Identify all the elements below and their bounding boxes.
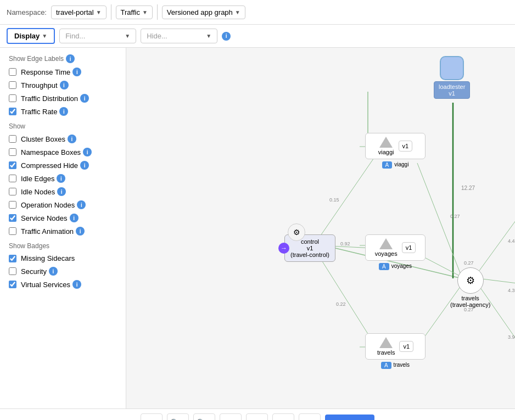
edge-labels-info-icon[interactable]: i bbox=[66, 54, 75, 63]
edge-checkbox-label-3: Traffic Ratei bbox=[21, 107, 68, 116]
display-panel: Show Edge Labels i Response TimeiThrough… bbox=[0, 48, 126, 408]
show-checkbox-3[interactable]: Idle Edgesi bbox=[9, 174, 117, 183]
show-checkbox-7[interactable]: Traffic Animationi bbox=[9, 227, 117, 236]
edge-checkbox-1[interactable]: Throughputi bbox=[9, 81, 117, 89]
graph-2-button[interactable]: ⚙ 2 bbox=[299, 413, 321, 420]
edge-checkbox-input-2[interactable] bbox=[9, 94, 16, 102]
show-info-icon-7[interactable]: i bbox=[76, 227, 85, 236]
fit-icon: ⊹ bbox=[148, 418, 155, 421]
show-checkbox-input-3[interactable] bbox=[9, 175, 16, 182]
edge-checkbox-input-1[interactable] bbox=[9, 81, 16, 89]
edge-info-icon-2[interactable]: i bbox=[80, 94, 89, 103]
travels-main-icon: ⚙ bbox=[457, 267, 484, 294]
edge-checkbox-label-0: Response Timei bbox=[21, 68, 81, 76]
edge-info-icon-3[interactable]: i bbox=[59, 107, 68, 116]
find-dropdown[interactable]: Find... ▼ bbox=[59, 29, 136, 43]
zoom-out-button[interactable]: 🔍− bbox=[193, 413, 215, 420]
graph-1-button[interactable]: ⚙ 1 bbox=[272, 413, 294, 420]
show-checkbox-4[interactable]: Idle Nodesi bbox=[9, 187, 117, 196]
graph-type-dropdown[interactable]: Versioned app graph ▼ bbox=[162, 5, 245, 19]
show-checkbox-5[interactable]: Operation Nodesi bbox=[9, 200, 117, 209]
svg-text:0.15: 0.15 bbox=[329, 197, 339, 203]
show-checkbox-input-5[interactable] bbox=[9, 201, 16, 209]
bottom-toolbar: ⊹ 🔍+ 🔍− ⤢ ⚙ ⚙ 1 ⚙ 2 Legend bbox=[0, 408, 515, 420]
edge-checkbox-input-0[interactable] bbox=[9, 68, 16, 76]
graph1-icon: ⚙ bbox=[277, 418, 285, 421]
zoom-in-button[interactable]: 🔍+ bbox=[167, 413, 189, 420]
show-info-icon-3[interactable]: i bbox=[57, 174, 65, 183]
control-cog-icon[interactable]: ⚙ bbox=[288, 223, 305, 241]
show-checkbox-input-7[interactable] bbox=[9, 227, 16, 235]
badge-info-icon-2[interactable]: i bbox=[72, 280, 81, 289]
travels-main-node[interactable]: ⚙ travels(travel-agency) bbox=[450, 267, 490, 308]
show-checkbox-input-1[interactable] bbox=[9, 148, 16, 156]
edge-checkbox-input-3[interactable] bbox=[9, 108, 16, 115]
expand-icon: ⤢ bbox=[227, 418, 234, 421]
edge-info-icon-1[interactable]: i bbox=[60, 81, 69, 89]
namespace-dropdown[interactable]: travel-portal ▼ bbox=[51, 5, 107, 19]
show-checkbox-label-7: Traffic Animationi bbox=[21, 227, 85, 236]
show-checkbox-label-2: Compressed Hidei bbox=[21, 161, 89, 170]
show-checkbox-label-1: Namespace Boxesi bbox=[21, 148, 92, 156]
show-checkbox-label-5: Operation Nodesi bbox=[21, 200, 86, 209]
voyages-badge: A voyages bbox=[365, 263, 426, 270]
viaggi-triangle-icon bbox=[379, 137, 393, 148]
edge-info-icon-0[interactable]: i bbox=[72, 68, 81, 76]
display-button[interactable]: Display ▼ bbox=[7, 28, 55, 44]
badge-checkbox-input-2[interactable] bbox=[9, 281, 16, 288]
graph-type-label: Versioned app graph bbox=[167, 8, 233, 16]
edge-checkbox-2[interactable]: Traffic Distributioni bbox=[9, 94, 117, 103]
badge-checkbox-input-0[interactable] bbox=[9, 255, 16, 262]
main-content: Show Edge Labels i Response TimeiThrough… bbox=[0, 48, 515, 408]
travels-bottom-version-box: v1 bbox=[399, 341, 413, 352]
edge-checkbox-3[interactable]: Traffic Ratei bbox=[9, 107, 117, 116]
badge-checkbox-2[interactable]: Virtual Servicesi bbox=[9, 280, 117, 289]
badge-checkbox-input-1[interactable] bbox=[9, 267, 16, 275]
voyages-service-box[interactable]: voyages v1 A voyages bbox=[365, 234, 426, 270]
toolbar-info-icon[interactable]: i bbox=[222, 32, 231, 41]
expand-button[interactable]: ⤢ bbox=[220, 413, 242, 420]
legend-button[interactable]: Legend bbox=[325, 415, 374, 420]
show-info-icon-5[interactable]: i bbox=[77, 200, 86, 209]
graph-view-icon: ⚙ bbox=[253, 418, 261, 421]
top-toolbar: Namespace: travel-portal ▼ Traffic ▼ Ver… bbox=[0, 0, 515, 25]
show-info-icon-6[interactable]: i bbox=[70, 214, 79, 222]
loadtester-container[interactable]: loadtesterv1 bbox=[434, 56, 470, 99]
show-info-icon-1[interactable]: i bbox=[83, 148, 92, 156]
graph-edges: 0.02 0.22 0.02 0.15 0.92 0.22 0.27 0.27 … bbox=[126, 48, 515, 408]
badge-checkbox-0[interactable]: Missing Sidecars bbox=[9, 254, 117, 262]
show-checkbox-2[interactable]: Compressed Hidei bbox=[9, 161, 117, 170]
viaggi-service-box[interactable]: viaggi v1 A viaggi bbox=[365, 133, 426, 169]
show-info-icon-2[interactable]: i bbox=[80, 161, 89, 170]
traffic-label: Traffic bbox=[121, 8, 140, 16]
show-checkbox-input-4[interactable] bbox=[9, 188, 16, 195]
show-checkbox-input-2[interactable] bbox=[9, 161, 16, 169]
travels-main-label: travels(travel-agency) bbox=[450, 295, 490, 308]
show-edge-labels-title: Show Edge Labels i bbox=[9, 54, 117, 63]
show-checkbox-0[interactable]: Cluster Boxesi bbox=[9, 135, 117, 143]
fit-graph-button[interactable]: ⊹ bbox=[141, 413, 163, 420]
show-checkbox-label-6: Service Nodesi bbox=[21, 214, 79, 222]
graph-view-button[interactable]: ⚙ bbox=[246, 413, 268, 420]
show-badges-title: Show Badges bbox=[9, 242, 117, 250]
show-info-icon-0[interactable]: i bbox=[68, 135, 76, 143]
svg-text:3.9b: 3.9b bbox=[508, 334, 515, 340]
loadtester-node: loadtesterv1 bbox=[434, 81, 470, 99]
find-placeholder: Find... bbox=[65, 32, 85, 40]
svg-line-9 bbox=[478, 212, 515, 273]
edge-checkbox-label-1: Throughputi bbox=[21, 81, 69, 89]
show-checkbox-6[interactable]: Service Nodesi bbox=[9, 214, 117, 222]
show-checkbox-input-0[interactable] bbox=[9, 135, 16, 143]
hide-dropdown[interactable]: Hide... ▼ bbox=[141, 29, 217, 43]
viaggi-badge: A viaggi bbox=[365, 161, 426, 169]
show-info-icon-4[interactable]: i bbox=[57, 187, 66, 196]
show-checkbox-input-6[interactable] bbox=[9, 214, 16, 222]
badge-info-icon-1[interactable]: i bbox=[49, 267, 58, 276]
edge-checkbox-0[interactable]: Response Timei bbox=[9, 68, 117, 76]
travels-bottom-service-box[interactable]: travels v1 A travels bbox=[365, 333, 426, 369]
traffic-dropdown[interactable]: Traffic ▼ bbox=[116, 5, 153, 19]
zoom-out-icon: 🔍− bbox=[196, 418, 212, 421]
show-checkbox-1[interactable]: Namespace Boxesi bbox=[9, 148, 117, 156]
svg-text:4.3b: 4.3b bbox=[508, 288, 515, 293]
badge-checkbox-1[interactable]: Securityi bbox=[9, 267, 117, 276]
